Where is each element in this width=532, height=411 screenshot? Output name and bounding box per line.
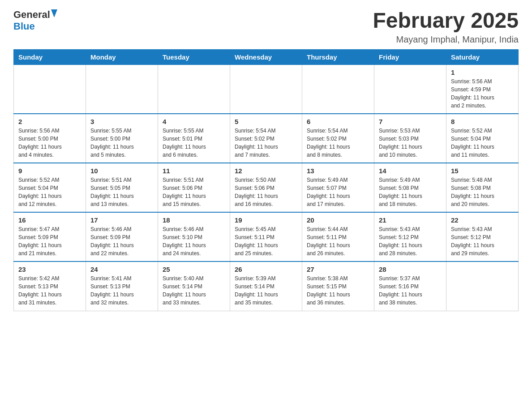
- title-section: February 2025 Mayang Imphal, Manipur, In…: [373, 9, 519, 45]
- table-row: [302, 64, 374, 114]
- table-row: 19Sunrise: 5:45 AM Sunset: 5:11 PM Dayli…: [230, 212, 302, 261]
- day-info: Sunrise: 5:37 AM Sunset: 5:16 PM Dayligh…: [379, 274, 442, 307]
- table-row: [374, 64, 446, 114]
- header-monday: Monday: [86, 49, 158, 64]
- table-row: 3Sunrise: 5:55 AM Sunset: 5:00 PM Daylig…: [86, 114, 158, 163]
- month-title: February 2025: [373, 9, 519, 33]
- day-number: 15: [451, 167, 514, 175]
- header-friday: Friday: [374, 49, 446, 64]
- day-number: 18: [163, 216, 225, 224]
- table-row: 8Sunrise: 5:52 AM Sunset: 5:04 PM Daylig…: [446, 114, 519, 163]
- logo: General Blue: [13, 9, 57, 32]
- page-header: General Blue February 2025 Mayang Imphal…: [13, 9, 519, 45]
- table-row: 10Sunrise: 5:51 AM Sunset: 5:05 PM Dayli…: [86, 163, 158, 212]
- day-info: Sunrise: 5:44 AM Sunset: 5:11 PM Dayligh…: [307, 225, 369, 257]
- day-info: Sunrise: 5:40 AM Sunset: 5:14 PM Dayligh…: [163, 274, 225, 307]
- day-info: Sunrise: 5:47 AM Sunset: 5:09 PM Dayligh…: [18, 225, 81, 257]
- table-row: 15Sunrise: 5:48 AM Sunset: 5:08 PM Dayli…: [446, 163, 519, 212]
- day-info: Sunrise: 5:49 AM Sunset: 5:08 PM Dayligh…: [379, 176, 442, 208]
- day-info: Sunrise: 5:41 AM Sunset: 5:13 PM Dayligh…: [90, 274, 153, 307]
- day-number: 5: [235, 118, 297, 125]
- header-saturday: Saturday: [446, 49, 519, 64]
- day-info: Sunrise: 5:49 AM Sunset: 5:07 PM Dayligh…: [307, 176, 369, 208]
- svg-marker-0: [51, 9, 57, 17]
- day-info: Sunrise: 5:48 AM Sunset: 5:08 PM Dayligh…: [451, 176, 514, 208]
- day-info: Sunrise: 5:54 AM Sunset: 5:02 PM Dayligh…: [307, 127, 369, 159]
- table-row: 18Sunrise: 5:46 AM Sunset: 5:10 PM Dayli…: [158, 212, 230, 261]
- table-row: 26Sunrise: 5:39 AM Sunset: 5:14 PM Dayli…: [230, 261, 302, 311]
- table-row: [158, 64, 230, 114]
- table-row: 11Sunrise: 5:51 AM Sunset: 5:06 PM Dayli…: [158, 163, 230, 212]
- table-row: 14Sunrise: 5:49 AM Sunset: 5:08 PM Dayli…: [374, 163, 446, 212]
- table-row: 22Sunrise: 5:43 AM Sunset: 5:12 PM Dayli…: [446, 212, 519, 261]
- day-number: 27: [307, 265, 369, 273]
- day-number: 10: [90, 167, 153, 175]
- table-row: 24Sunrise: 5:41 AM Sunset: 5:13 PM Dayli…: [86, 261, 158, 311]
- day-info: Sunrise: 5:45 AM Sunset: 5:11 PM Dayligh…: [235, 225, 297, 257]
- header-tuesday: Tuesday: [158, 49, 230, 64]
- day-number: 28: [379, 265, 442, 273]
- table-row: 7Sunrise: 5:53 AM Sunset: 5:03 PM Daylig…: [374, 114, 446, 163]
- day-info: Sunrise: 5:39 AM Sunset: 5:14 PM Dayligh…: [235, 274, 297, 307]
- day-number: 24: [90, 265, 153, 273]
- header-sunday: Sunday: [14, 49, 86, 64]
- calendar-week-row: 23Sunrise: 5:42 AM Sunset: 5:13 PM Dayli…: [14, 261, 519, 311]
- table-row: 1Sunrise: 5:56 AM Sunset: 4:59 PM Daylig…: [446, 64, 519, 114]
- day-info: Sunrise: 5:55 AM Sunset: 5:01 PM Dayligh…: [163, 127, 225, 159]
- header-wednesday: Wednesday: [230, 49, 302, 64]
- day-number: 11: [163, 167, 225, 175]
- calendar-week-row: 1Sunrise: 5:56 AM Sunset: 4:59 PM Daylig…: [14, 64, 519, 114]
- logo-general-text: General: [13, 9, 50, 21]
- table-row: 5Sunrise: 5:54 AM Sunset: 5:02 PM Daylig…: [230, 114, 302, 163]
- table-row: 28Sunrise: 5:37 AM Sunset: 5:16 PM Dayli…: [374, 261, 446, 311]
- day-info: Sunrise: 5:43 AM Sunset: 5:12 PM Dayligh…: [451, 225, 514, 257]
- day-number: 17: [90, 216, 153, 224]
- day-info: Sunrise: 5:43 AM Sunset: 5:12 PM Dayligh…: [379, 225, 442, 257]
- table-row: 12Sunrise: 5:50 AM Sunset: 5:06 PM Dayli…: [230, 163, 302, 212]
- day-number: 26: [235, 265, 297, 273]
- table-row: 21Sunrise: 5:43 AM Sunset: 5:12 PM Dayli…: [374, 212, 446, 261]
- day-info: Sunrise: 5:53 AM Sunset: 5:03 PM Dayligh…: [379, 127, 442, 159]
- day-info: Sunrise: 5:46 AM Sunset: 5:10 PM Dayligh…: [163, 225, 225, 257]
- table-row: [86, 64, 158, 114]
- calendar-week-row: 9Sunrise: 5:52 AM Sunset: 5:04 PM Daylig…: [14, 163, 519, 212]
- day-number: 4: [163, 118, 225, 125]
- day-info: Sunrise: 5:55 AM Sunset: 5:00 PM Dayligh…: [90, 127, 153, 159]
- day-info: Sunrise: 5:46 AM Sunset: 5:09 PM Dayligh…: [90, 225, 153, 257]
- day-info: Sunrise: 5:50 AM Sunset: 5:06 PM Dayligh…: [235, 176, 297, 208]
- table-row: 6Sunrise: 5:54 AM Sunset: 5:02 PM Daylig…: [302, 114, 374, 163]
- day-number: 22: [451, 216, 514, 224]
- logo-blue-text: Blue: [13, 21, 35, 32]
- day-number: 20: [307, 216, 369, 224]
- day-number: 6: [307, 118, 369, 125]
- day-number: 1: [451, 68, 514, 76]
- calendar-week-row: 2Sunrise: 5:56 AM Sunset: 5:00 PM Daylig…: [14, 114, 519, 163]
- table-row: 17Sunrise: 5:46 AM Sunset: 5:09 PM Dayli…: [86, 212, 158, 261]
- header-thursday: Thursday: [302, 49, 374, 64]
- day-number: 8: [451, 118, 514, 125]
- table-row: 16Sunrise: 5:47 AM Sunset: 5:09 PM Dayli…: [14, 212, 86, 261]
- calendar-week-row: 16Sunrise: 5:47 AM Sunset: 5:09 PM Dayli…: [14, 212, 519, 261]
- day-number: 2: [18, 118, 81, 125]
- day-number: 3: [90, 118, 153, 125]
- day-info: Sunrise: 5:52 AM Sunset: 5:04 PM Dayligh…: [18, 176, 81, 208]
- day-info: Sunrise: 5:38 AM Sunset: 5:15 PM Dayligh…: [307, 274, 369, 307]
- table-row: 2Sunrise: 5:56 AM Sunset: 5:00 PM Daylig…: [14, 114, 86, 163]
- table-row: 4Sunrise: 5:55 AM Sunset: 5:01 PM Daylig…: [158, 114, 230, 163]
- day-number: 23: [18, 265, 81, 273]
- table-row: 25Sunrise: 5:40 AM Sunset: 5:14 PM Dayli…: [158, 261, 230, 311]
- table-row: 13Sunrise: 5:49 AM Sunset: 5:07 PM Dayli…: [302, 163, 374, 212]
- table-row: [446, 261, 519, 311]
- weekday-header-row: Sunday Monday Tuesday Wednesday Thursday…: [14, 49, 519, 64]
- logo-arrow-icon: [51, 9, 57, 19]
- day-info: Sunrise: 5:56 AM Sunset: 4:59 PM Dayligh…: [451, 77, 514, 110]
- day-info: Sunrise: 5:52 AM Sunset: 5:04 PM Dayligh…: [451, 127, 514, 159]
- day-number: 7: [379, 118, 442, 125]
- table-row: [14, 64, 86, 114]
- day-number: 16: [18, 216, 81, 224]
- day-number: 21: [379, 216, 442, 224]
- day-number: 13: [307, 167, 369, 175]
- day-number: 25: [163, 265, 225, 273]
- day-info: Sunrise: 5:51 AM Sunset: 5:05 PM Dayligh…: [90, 176, 153, 208]
- table-row: 20Sunrise: 5:44 AM Sunset: 5:11 PM Dayli…: [302, 212, 374, 261]
